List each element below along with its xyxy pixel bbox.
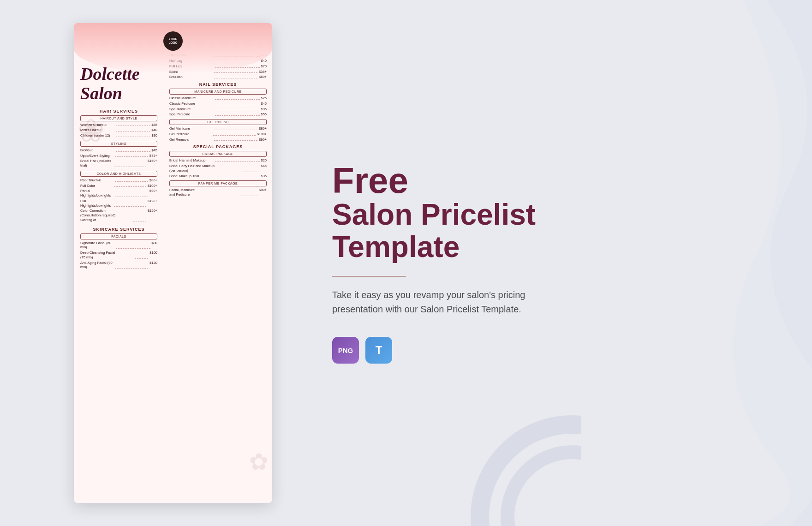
item-price: $90+	[259, 137, 267, 142]
item-price: $100+	[257, 132, 267, 136]
price-row: Deep Cleansing Facial(75 min) $100	[80, 251, 157, 260]
dots	[115, 197, 148, 197]
dots	[214, 130, 257, 130]
price-row: Color Correction(Consultation required):…	[80, 209, 157, 222]
pamper-package-subsection: PAMPER ME PACKAGE Facial, Manicureand Pe…	[169, 180, 267, 197]
price-row: Spa Pedicure $55	[169, 112, 267, 117]
item-name: Signature Facial (60 min)	[80, 241, 114, 250]
t-label: T	[376, 344, 382, 357]
dots	[135, 258, 148, 259]
png-icon: PNG	[332, 337, 359, 364]
item-price: $120+	[148, 199, 157, 203]
price-row: Updo/Event Styling $75+	[80, 154, 157, 158]
item-name: Gel Removal	[169, 137, 213, 142]
doc-inner: Dolcette Salon ❀ HAIR SERVICES HAIRCUT A…	[74, 23, 272, 503]
dots	[240, 196, 257, 196]
price-row: Bridal Hair (includes trial) $150+	[80, 159, 157, 168]
item-price: $35+	[259, 70, 267, 74]
special-packages-section: SPECIAL PACKAGES BRIDAL PACKAGE Bridal H…	[169, 144, 267, 197]
dots	[215, 99, 259, 100]
floral-left: ❀	[78, 115, 105, 148]
dots	[114, 186, 146, 187]
item-name: Bridal Hair and Makeup	[169, 158, 214, 163]
document-container: YOUR LOGO Dolcette Salon ❀ HAIR SERVICES…	[74, 23, 272, 503]
item-price: $150+	[148, 159, 157, 163]
right-panel: Free Salon Pricelist Template Take it ea…	[295, 0, 812, 526]
price-row: Bridal Hair and Makeup $25	[169, 158, 267, 163]
item-name: Updo/Event Styling	[80, 154, 113, 158]
dots	[133, 221, 146, 221]
color-highlights-box: COLOR AND HIGHLIGHTS	[80, 171, 157, 177]
item-name: Bridal Hair (includes trial)	[80, 159, 113, 168]
skincare-heading: SKINCARE SERVICES	[80, 227, 157, 232]
item-price: $150+	[148, 209, 157, 213]
gel-polish-box: GEL POLISH	[169, 119, 267, 125]
price-row: Facial, Manicureand Pedicure $80+	[169, 188, 267, 197]
dots	[242, 172, 260, 172]
item-price: $35	[261, 174, 267, 178]
title-main: Salon Pricelist Template	[332, 198, 775, 263]
item-price: $60+	[259, 75, 267, 79]
manicure-pedicure-box: MANICURE AND PEDICURE	[169, 89, 267, 95]
price-row: Bridal Makeup Trial $35	[169, 174, 267, 179]
haircut-style-label: HAIRCUT AND STYLE	[101, 117, 137, 120]
dots	[215, 110, 259, 110]
format-icons: PNG T	[332, 337, 775, 364]
item-name: Anti-Aging Facial (90 min)	[80, 261, 113, 270]
item-name: Brazilian	[169, 75, 213, 79]
dots	[116, 126, 150, 126]
price-row: Classic Manicure $25	[169, 96, 267, 101]
item-price: $25	[261, 158, 267, 162]
png-label: PNG	[338, 347, 353, 354]
price-row: Partial Highlights/Lowlights $90+	[80, 189, 157, 198]
item-price: $45	[152, 148, 158, 152]
right-description: Take it easy as you revamp your salon's …	[332, 288, 554, 317]
item-price: $80+	[149, 178, 157, 182]
price-row: Classic Pedicure $45	[169, 102, 267, 106]
item-price: $80	[152, 241, 158, 245]
salon-name-line1: Dolcette	[80, 65, 157, 84]
price-row: Brazilian $60+	[169, 75, 267, 79]
dots	[116, 137, 150, 137]
title-line1: Salon Pricelist	[332, 198, 536, 231]
item-price: $90+	[149, 189, 157, 193]
item-price: $80+	[259, 188, 267, 192]
item-name: Full Color	[80, 184, 113, 188]
price-row: Bridal Party Hair and Makeup(per person)…	[169, 164, 267, 173]
item-name: Classic Pedicure	[169, 102, 214, 106]
nail-services-heading: NAIL SERVICES	[169, 82, 267, 87]
dots	[114, 167, 146, 167]
skincare-services-section: SKINCARE SERVICES FACIALS Signature Faci…	[80, 227, 157, 270]
item-name: Full Highlights/Lowlights	[80, 199, 113, 208]
dots	[214, 78, 257, 78]
item-name: Facial, Manicureand Pedicure	[169, 188, 239, 197]
item-name: Gel Pedicure	[169, 132, 212, 137]
col-left: Dolcette Salon ❀ HAIR SERVICES HAIRCUT A…	[74, 23, 164, 503]
dots	[214, 140, 257, 141]
item-price: $80+	[259, 126, 267, 131]
item-price: $55	[261, 112, 267, 116]
price-row: Anti-Aging Facial (90 min) $120	[80, 261, 157, 270]
price-row: Full Color $100+	[80, 184, 157, 188]
item-name: Spa Manicure	[169, 107, 214, 112]
item-price: $45	[261, 164, 267, 168]
dots	[116, 248, 150, 249]
hair-services-heading: HAIR SERVICES	[80, 109, 157, 114]
dots	[114, 206, 146, 207]
price-row: Gel Manicure $80+	[169, 126, 267, 131]
item-name: Gel Manicure	[169, 126, 213, 131]
item-name: Classic Manicure	[169, 96, 214, 101]
item-price: $100	[149, 251, 157, 255]
item-price: $100+	[148, 184, 157, 188]
dots	[214, 72, 257, 73]
floral-right: ✿	[249, 448, 269, 475]
right-divider	[332, 276, 406, 277]
title-line2: Template	[332, 230, 460, 263]
dots	[115, 181, 148, 182]
item-name: Deep Cleansing Facial(75 min)	[80, 251, 133, 260]
gel-polish-subsection: GEL POLISH Gel Manicure $80+ Gel Pedicur…	[169, 119, 267, 142]
dots	[213, 135, 256, 136]
item-price: $35	[261, 107, 267, 111]
pamper-package-box: PAMPER ME PACKAGE	[169, 180, 267, 186]
item-name: Spa Pedicure	[169, 112, 214, 117]
